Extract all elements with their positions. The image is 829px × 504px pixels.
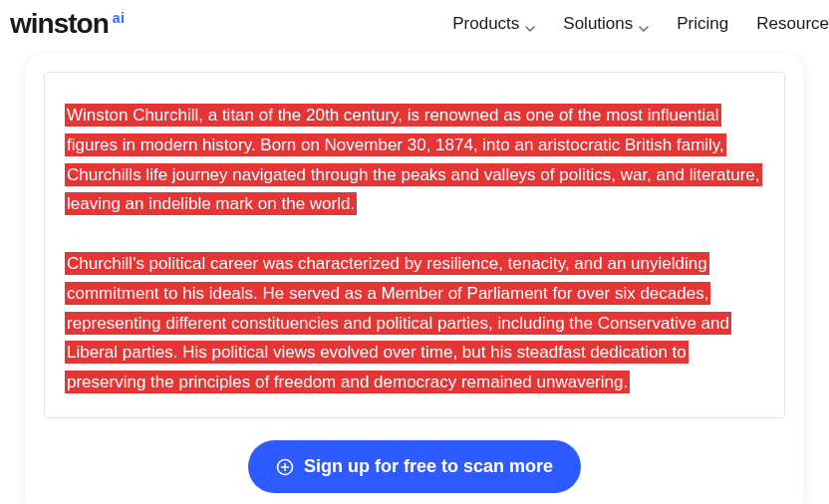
main-panel: Winston Churchill, a titan of the 20th c… <box>26 54 803 504</box>
signup-button[interactable]: Sign up for free to scan more <box>248 440 581 493</box>
nav-pricing-label: Pricing <box>677 14 728 34</box>
signup-button-label: Sign up for free to scan more <box>304 456 553 477</box>
nav-solutions[interactable]: Solutions <box>563 14 649 34</box>
nav-products-label: Products <box>452 14 519 34</box>
scan-text-area[interactable]: Winston Churchill, a titan of the 20th c… <box>44 72 785 418</box>
paragraph-1: Winston Churchill, a titan of the 20th c… <box>65 101 764 219</box>
nav-solutions-label: Solutions <box>563 14 633 34</box>
chevron-down-icon <box>525 19 535 29</box>
nav-pricing[interactable]: Pricing <box>677 14 728 34</box>
plus-circle-icon <box>276 458 294 476</box>
chevron-down-icon <box>639 19 649 29</box>
logo[interactable]: winston ai <box>10 8 125 40</box>
site-header: winston ai Products Solutions Pricing Re… <box>0 0 829 48</box>
paragraph-2: Churchill's political career was charact… <box>65 249 764 397</box>
nav-resources[interactable]: Resource <box>756 14 829 34</box>
highlighted-text: Winston Churchill, a titan of the 20th c… <box>65 104 762 215</box>
main-nav: Products Solutions Pricing Resource <box>452 14 829 34</box>
cta-wrap: Sign up for free to scan more <box>26 440 803 493</box>
logo-main-text: winston <box>10 8 109 40</box>
logo-ai-text: ai <box>113 10 126 26</box>
nav-products[interactable]: Products <box>452 14 535 34</box>
highlighted-text: Churchill's political career was charact… <box>65 252 731 393</box>
nav-resources-label: Resource <box>756 14 829 34</box>
